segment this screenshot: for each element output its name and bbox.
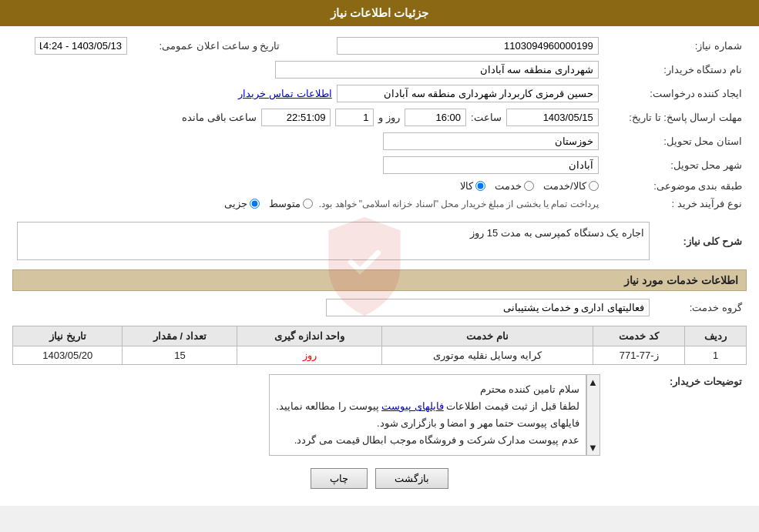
buyer-notes-line1: سلام تامین کننده محترم [276,381,579,398]
main-content: شماره نیاز: تاریخ و ساعت اعلان عمومی: نا… [0,26,759,506]
category-radio-group: کالا/خدمت خدمت کالا [17,180,599,192]
page-header: جزئیات اطلاعات نیاز [0,0,759,26]
cell-unit: روز [237,346,382,365]
announce-date-input[interactable] [35,37,127,55]
category-option-khedmat[interactable]: خدمت [495,180,534,192]
need-number-input[interactable] [337,37,599,55]
category-option-kala-khedmat[interactable]: کالا/خدمت [543,180,599,192]
contact-link[interactable]: اطلاعات تماس خریدار [238,88,331,99]
category-radio-kala[interactable] [475,181,485,191]
buyer-notes-table: توضیحات خریدار: ▲ ▼ سلام تامین کننده محت… [12,371,747,459]
print-button[interactable]: چاپ [311,468,368,489]
purchase-radio-minor[interactable] [250,199,260,209]
need-summary-value: اجاره یک دستگاه کمپرسی به مدت 15 روز [470,227,644,239]
response-remaining-label: ساعت باقی مانده [182,112,257,123]
purchase-note: پرداخت تمام یا بخشی از مبلغ خریدار محل "… [319,199,599,209]
announce-date-label: تاریخ و ساعت اعلان عمومی: [132,34,284,58]
services-section-header: اطلاعات خدمات مورد نیاز [12,269,747,291]
purchase-option-minor[interactable]: جزیی [224,198,260,209]
buyer-notes-line2-text: لطفا قبل از ثبت قیمت اطلاعات [444,400,579,412]
buyer-org-label: نام دستگاه خریدار: [603,58,747,82]
purchase-type-label: نوع فرآیند خرید : [603,195,747,212]
cell-row: 1 [685,346,747,365]
category-label-kala: کالا [460,180,473,192]
cell-name: کرایه وسایل نقلیه موتوری [382,346,593,365]
purchase-radio-medium[interactable] [303,199,313,209]
col-header-date: تاریخ نیاز [13,326,123,346]
page-title: جزئیات اطلاعات نیاز [331,6,428,19]
buyer-notes-line2: لطفا قبل از ثبت قیمت اطلاعات فایلهای پیو… [276,398,579,415]
response-days-input[interactable] [335,109,374,126]
response-time-label: ساعت: [471,112,502,123]
main-info-table: شماره نیاز: تاریخ و ساعت اعلان عمومی: نا… [12,34,747,212]
category-radio-khedmat[interactable] [524,181,534,191]
purchase-label-minor: جزیی [224,198,247,209]
province-label: استان محل تحویل: [603,129,747,153]
city-label: شهر محل تحویل: [603,153,747,177]
service-group-table: گروه خدمت: [12,296,747,320]
service-group-input[interactable] [326,299,650,316]
page-container: جزئیات اطلاعات نیاز شماره نیاز: تاریخ و … [0,0,759,506]
province-input[interactable] [383,132,599,150]
buyer-notes-label: توضیحات خریدار: [605,371,747,459]
services-table: ردیف کد خدمت نام خدمت واحد اندازه گیری ت… [12,326,747,365]
need-summary-table: شرح کلی نیاز: اجاره یک دستگاه کمپرسی به … [12,219,747,263]
buyer-org-input[interactable] [275,61,599,79]
response-date-input[interactable] [506,109,599,126]
city-input[interactable] [383,156,599,174]
buyer-notes-line3: فایلهای پیوست حتما مهر و امضا و بازگزاری… [276,415,579,432]
category-label-kala-khedmat: کالا/خدمت [543,180,586,192]
col-header-qty: تعداد / مقدار [123,326,237,346]
col-header-name: نام خدمت [382,326,593,346]
purchase-radio-group: متوسط جزیی [224,198,313,209]
response-day-label: روز و [378,112,400,123]
need-summary-box: اجاره یک دستگاه کمپرسی به مدت 15 روز [17,222,650,260]
category-option-kala[interactable]: کالا [460,180,485,192]
need-summary-label: شرح کلی نیاز: [654,219,747,263]
buyer-notes-area: ▲ ▼ سلام تامین کننده محترم لطفا قبل از ث… [17,374,600,456]
buyer-notes-link[interactable]: فایلهای پیوست [381,400,444,412]
scroll-bar[interactable]: ▲ ▼ [586,374,600,456]
back-button[interactable]: بازگشت [375,468,448,489]
service-group-label: گروه خدمت: [654,296,747,320]
col-header-unit: واحد اندازه گیری [237,326,382,346]
button-row: بازگشت چاپ [12,468,747,489]
creator-input[interactable] [337,85,599,102]
category-radio-kala-khedmat[interactable] [589,181,599,191]
category-label: طبقه بندی موضوعی: [603,177,747,195]
purchase-option-medium[interactable]: متوسط [269,198,313,209]
response-deadline-label: مهلت ارسال پاسخ: تا تاریخ: [603,105,747,129]
cell-code: ز-77-771 [593,346,685,365]
response-time-input[interactable] [405,109,466,126]
purchase-label-medium: متوسط [269,198,301,209]
category-label-khedmat: خدمت [495,180,522,192]
table-row: 1 ز-77-771 کرایه وسایل نقلیه موتوری روز … [13,346,747,365]
response-remaining-input[interactable] [261,109,331,126]
need-number-label: شماره نیاز: [603,34,747,58]
col-header-row: ردیف [685,326,747,346]
buyer-notes-line4: عدم پیوست مدارک شرکت و فروشگاه موجب ابطا… [276,432,579,449]
creator-label: ایجاد کننده درخواست: [603,82,747,105]
cell-qty: 15 [123,346,237,365]
buyer-notes-content: سلام تامین کننده محترم لطفا قبل از ثبت ق… [269,374,586,456]
buyer-notes-line2-suffix: پیوست را مطالعه نمایید. [276,400,381,412]
col-header-code: کد خدمت [593,326,685,346]
cell-date: 1403/05/20 [13,346,123,365]
